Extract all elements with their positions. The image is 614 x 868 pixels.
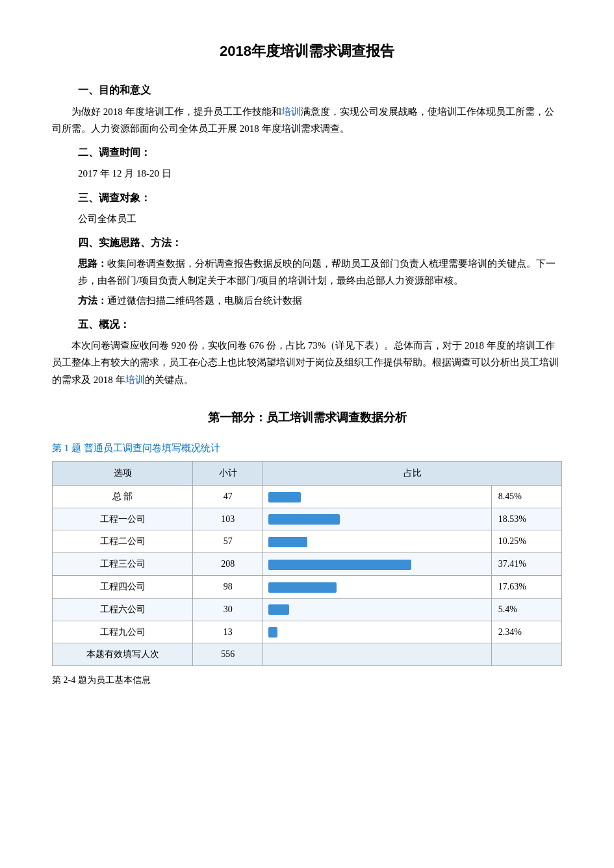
table-row: 工程一公司10318.53%: [53, 508, 562, 530]
section-3-content: 公司全体员工: [78, 210, 562, 227]
table-row: 工程六公司305.4%: [53, 598, 562, 621]
row-pct: 10.25%: [491, 530, 561, 553]
section-2: 二、调查时间： 2017 年 12 月 18-20 日: [52, 143, 562, 182]
col-header-item: 选项: [53, 461, 193, 485]
row-count: 103: [193, 508, 263, 530]
fangfa-label: 方法：: [78, 295, 107, 306]
table-row: 工程二公司5710.25%: [53, 530, 562, 553]
section-4-heading: 四、实施思路、方法：: [78, 234, 562, 251]
question-1-note: 第 2-4 题为员工基本信息: [52, 673, 562, 688]
row-pct: 5.4%: [491, 598, 561, 621]
section-5: 五、概况： 本次问卷调查应收问卷 920 份，实收问卷 676 份，占比 73%…: [52, 316, 562, 388]
highlight-plan: 计划: [307, 275, 327, 286]
main-title: 2018年度培训需求调查报告: [52, 39, 562, 63]
row-count: 57: [193, 530, 263, 553]
row-name: 总 部: [53, 485, 193, 508]
row-name: 工程一公司: [53, 508, 193, 530]
row-bar: [263, 598, 491, 621]
section-1-para: 为做好 2018 年度培训工作，提升员工工作技能和培训满意度，实现公司发展战略，…: [52, 103, 562, 138]
section-2-content: 2017 年 12 月 18-20 日: [78, 165, 562, 182]
row-name: 工程九公司: [53, 621, 193, 643]
question-1-table: 选项 小计 占比 总 部478.45%工程一公司10318.53%工程二公司57…: [52, 461, 562, 666]
row-pct: 2.34%: [491, 621, 561, 643]
table-row: 工程四公司9817.63%: [53, 575, 562, 598]
row-count: 47: [193, 485, 263, 508]
section-2-heading: 二、调查时间：: [78, 143, 562, 161]
footer-empty-1: [263, 643, 491, 666]
silu-label: 思路：: [78, 258, 107, 269]
question-1-label: 第 1 题 普通员工调查问卷填写概况统计: [52, 440, 562, 457]
table-row: 工程九公司132.34%: [53, 621, 562, 643]
row-count: 13: [193, 621, 263, 643]
row-bar: [263, 485, 491, 508]
footer-label: 本题有效填写人次: [53, 643, 193, 666]
section-5-para: 本次问卷调查应收问卷 920 份，实收问卷 676 份，占比 73%（详见下表）…: [52, 337, 562, 388]
row-bar: [263, 530, 491, 553]
highlight-training2: 培训: [125, 375, 145, 385]
col-header-pct: 占比: [263, 461, 562, 485]
row-pct: 18.53%: [491, 508, 561, 530]
footer-empty-2: [491, 643, 561, 666]
section-1-heading: 一、目的和意义: [78, 81, 562, 99]
part1-title: 第一部分：员工培训需求调查数据分析: [52, 408, 562, 428]
section-4-fangfa: 方法：通过微信扫描二维码答题，电脑后台统计数据: [78, 292, 562, 309]
highlight-training: 培训: [281, 106, 301, 117]
row-bar: [263, 553, 491, 576]
section-3: 三、调查对象： 公司全体员工: [52, 189, 562, 227]
row-pct: 8.45%: [491, 485, 561, 508]
col-header-count: 小计: [193, 461, 263, 485]
row-count: 208: [193, 553, 263, 576]
row-bar: [263, 621, 491, 643]
table-row: 工程三公司20837.41%: [53, 553, 562, 576]
page-container: 2018年度培训需求调查报告 一、目的和意义 为做好 2018 年度培训工作，提…: [0, 0, 614, 868]
question-1-section: 第 1 题 普通员工调查问卷填写概况统计 选项 小计 占比 总 部478.45%…: [52, 440, 562, 688]
row-count: 98: [193, 575, 263, 598]
section-4-silu: 思路：收集问卷调查数据，分析调查报告数据反映的问题，帮助员工及部门负责人梳理需要…: [78, 255, 562, 290]
section-5-heading: 五、概况：: [78, 316, 562, 333]
section-4: 四、实施思路、方法： 思路：收集问卷调查数据，分析调查报告数据反映的问题，帮助员…: [52, 234, 562, 309]
section-3-heading: 三、调查对象：: [78, 189, 562, 206]
footer-count: 556: [193, 643, 263, 666]
row-name: 工程四公司: [53, 575, 193, 598]
row-pct: 37.41%: [491, 553, 561, 576]
row-bar: [263, 508, 491, 530]
table-footer-row: 本题有效填写人次556: [53, 643, 562, 666]
row-name: 工程三公司: [53, 553, 193, 576]
row-pct: 17.63%: [491, 575, 561, 598]
row-name: 工程二公司: [53, 530, 193, 553]
row-count: 30: [193, 598, 263, 621]
row-name: 工程六公司: [53, 598, 193, 621]
table-row: 总 部478.45%: [53, 485, 562, 508]
section-1: 一、目的和意义 为做好 2018 年度培训工作，提升员工工作技能和培训满意度，实…: [52, 81, 562, 137]
row-bar: [263, 575, 491, 598]
